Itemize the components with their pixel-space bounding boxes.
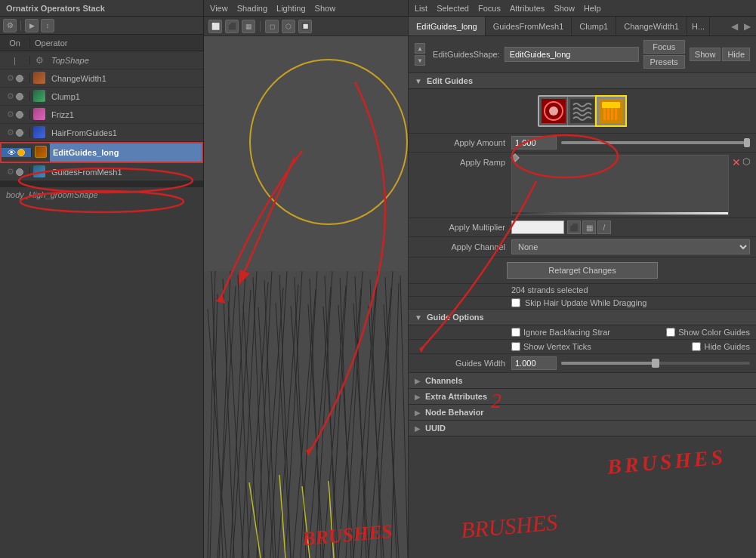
guides-width-slider[interactable] xyxy=(561,362,750,365)
viewport-canvas[interactable]: BRUSHES xyxy=(204,36,408,558)
vp-btn-1[interactable]: ⬜ xyxy=(208,20,222,33)
on-indicator xyxy=(17,149,25,156)
attributes-menu[interactable]: Attributes xyxy=(510,4,545,13)
shading-menu[interactable]: Shading xyxy=(237,4,267,13)
extra-attributes-section-header[interactable]: ▶ Extra Attributes xyxy=(409,389,756,405)
left-panel-header: Ornatrix Operators Stack xyxy=(0,0,204,16)
retarget-button[interactable]: Retarget Changes xyxy=(507,262,658,279)
table-row[interactable]: ⚙ HairFromGuides1 xyxy=(0,124,203,142)
hide-guides-label: Hide Guides xyxy=(704,342,750,351)
uuid-collapse-arrow: ▶ xyxy=(415,424,421,433)
show-button[interactable]: Show xyxy=(690,48,721,61)
lighting-menu[interactable]: Lighting xyxy=(276,4,306,13)
apply-channel-row: Apply Channel None Channel1 xyxy=(409,237,756,257)
apply-amount-slider[interactable] xyxy=(561,141,750,144)
prev-tab-btn[interactable]: ◀ xyxy=(729,21,740,32)
show-vertex-ticks-checkbox[interactable] xyxy=(511,342,520,351)
ramp-close-btn[interactable]: ✕ xyxy=(732,156,741,168)
vp-btn-2[interactable]: ⬛ xyxy=(225,20,239,33)
tab-more[interactable]: H... xyxy=(687,17,710,35)
circle-brush-btn[interactable] xyxy=(539,97,568,125)
show-color-guides-checkbox[interactable] xyxy=(666,328,675,337)
operator-column-header: Operator xyxy=(30,37,203,49)
on-indicator xyxy=(16,168,23,176)
extra-attr-collapse-arrow: ▶ xyxy=(415,393,421,401)
svg-rect-65 xyxy=(607,108,609,120)
comb-brush-btn[interactable] xyxy=(597,97,625,125)
divider xyxy=(0,181,203,187)
icon-cell xyxy=(30,126,48,140)
ignore-backfacing-row: Ignore Backfacing Strar Show Color Guide… xyxy=(409,325,756,340)
channels-section-header[interactable]: ▶ Channels xyxy=(409,373,756,389)
operator-table-header: On Operator xyxy=(0,35,203,51)
show-hide-col: Show Hide xyxy=(690,48,750,61)
svg-line-47 xyxy=(369,306,384,558)
guides-width-input[interactable] xyxy=(511,356,557,370)
table-row[interactable]: ⚙ Clump1 xyxy=(0,88,203,106)
table-row[interactable]: ⚙ Frizz1 xyxy=(0,106,203,124)
tab-guidesfrommesh1[interactable]: GuidesFromMesh1 xyxy=(486,17,572,35)
uuid-section-header[interactable]: ▶ UUID xyxy=(409,421,756,436)
guide-options-section-header[interactable]: ▼ Guide Options xyxy=(409,310,756,325)
table-row-selected[interactable]: 👁 EditGuides_long xyxy=(0,142,203,163)
multiplier-icon1[interactable]: ⬛ xyxy=(567,220,581,234)
selected-menu[interactable]: Selected xyxy=(437,4,469,13)
svg-line-43 xyxy=(338,305,353,558)
svg-line-45 xyxy=(353,304,369,558)
gear-icon[interactable]: ⚙ xyxy=(3,19,17,32)
show-menu[interactable]: Show xyxy=(315,4,336,13)
hide-guides-checkbox[interactable] xyxy=(692,342,701,351)
vp-btn-6[interactable]: 🔲 xyxy=(298,20,312,33)
right-panel-scroll[interactable]: ▼ Edit Guides xyxy=(409,73,756,558)
focus-menu[interactable]: Focus xyxy=(478,4,501,13)
section-collapse-arrow: ▼ xyxy=(415,77,422,85)
table-row[interactable]: | ⚙ TopShape xyxy=(0,51,203,69)
apply-multiplier-input[interactable] xyxy=(511,220,564,234)
help-menu[interactable]: Help xyxy=(584,4,601,13)
table-row[interactable]: ⚙ ChangeWidth1 xyxy=(0,69,203,88)
vp-btn-5[interactable]: ⬡ xyxy=(282,20,295,33)
tab-changewidth1[interactable]: ChangeWidth1 xyxy=(616,17,687,35)
multiplier-icon2[interactable]: ▦ xyxy=(582,220,596,234)
guides-width-label: Guides Width xyxy=(415,359,505,368)
apply-channel-select[interactable]: None Channel1 xyxy=(511,239,750,254)
node-behavior-collapse-arrow: ▶ xyxy=(415,408,421,417)
edit-guides-section-header[interactable]: ▼ Edit Guides xyxy=(409,73,756,89)
view-menu[interactable]: View xyxy=(210,4,228,13)
list-menu[interactable]: List xyxy=(415,4,427,13)
svg-line-39 xyxy=(308,304,323,558)
show-right-menu[interactable]: Show xyxy=(554,4,575,13)
apply-amount-input[interactable] xyxy=(511,136,557,150)
focus-button[interactable]: Focus xyxy=(643,40,685,54)
tab-clump1[interactable]: Clump1 xyxy=(572,17,616,35)
shape-row: ▲ ▼ EditGuidesShape: Focus Presets Show … xyxy=(409,36,756,73)
node-behavior-section-header[interactable]: ▶ Node Behavior xyxy=(409,405,756,421)
arrow-down-btn[interactable]: ▼ xyxy=(415,55,425,66)
toolbar-btn-1[interactable]: ▶ xyxy=(25,19,39,32)
vp-btn-3[interactable]: ▦ xyxy=(242,20,255,33)
operator-list: | ⚙ TopShape ⚙ ChangeWidt xyxy=(0,51,203,558)
brushes-label: BRUSHES xyxy=(606,445,727,479)
apply-ramp-widget[interactable] xyxy=(511,155,729,215)
hide-button[interactable]: Hide xyxy=(722,48,750,61)
ignore-backfacing-checkbox[interactable] xyxy=(511,328,520,337)
operator-name-selected: EditGuides_long xyxy=(50,143,202,162)
tab-editguides-long[interactable]: EditGuides_long xyxy=(409,17,486,35)
presets-button[interactable]: Presets xyxy=(643,55,685,69)
shape-input[interactable] xyxy=(505,47,639,62)
arrow-up-btn[interactable]: ▲ xyxy=(415,43,425,54)
skip-hair-checkbox[interactable] xyxy=(511,298,520,307)
apply-multiplier-row: Apply Multiplier ⬛ ▦ / xyxy=(409,218,756,237)
vp-btn-4[interactable]: ◻ xyxy=(265,20,279,33)
toolbar-btn-2[interactable]: ↕ xyxy=(41,19,54,32)
on-indicator xyxy=(16,93,23,100)
multiplier-icon3[interactable]: / xyxy=(597,220,611,234)
svg-line-26 xyxy=(400,276,408,558)
table-row[interactable]: ⚙ GuidesFromMesh1 xyxy=(0,163,203,181)
ramp-expand-btn[interactable]: ⬡ xyxy=(742,156,750,167)
svg-rect-66 xyxy=(611,108,613,120)
bottom-shape-item: body_High_groomShape xyxy=(0,187,203,202)
next-tab-btn[interactable]: ▶ xyxy=(742,21,753,32)
wave-brush-btn[interactable] xyxy=(568,97,597,125)
on-cell: ⚙ xyxy=(0,167,30,177)
